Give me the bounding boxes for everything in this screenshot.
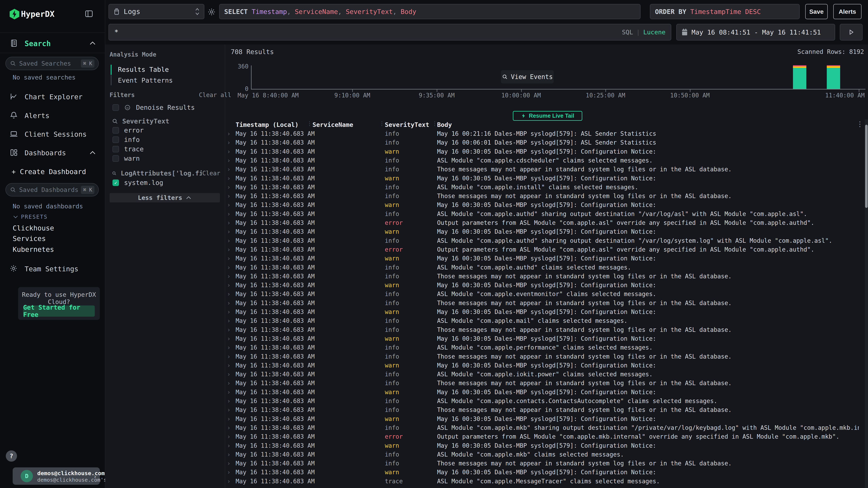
row-expand-chevron-icon[interactable]: › bbox=[227, 353, 230, 360]
column-header-servicename[interactable]: ServiceName bbox=[312, 121, 353, 128]
table-row[interactable]: ›May 16 11:38:40.683 AMinfoASL Module "c… bbox=[225, 289, 866, 298]
run-query-button[interactable] bbox=[840, 24, 863, 40]
row-expand-chevron-icon[interactable]: › bbox=[227, 193, 230, 199]
checkbox[interactable] bbox=[113, 127, 119, 134]
table-row[interactable]: ›May 16 11:38:40.683 AMerrorOutput param… bbox=[225, 218, 866, 226]
severity-option-trace[interactable]: trace bbox=[113, 145, 144, 153]
sidebar-item-dashboards[interactable]: Dashboards bbox=[0, 146, 105, 159]
table-row[interactable]: ›May 16 11:38:40.683 AMinfoASL Module "c… bbox=[225, 209, 866, 218]
row-expand-chevron-icon[interactable]: › bbox=[227, 139, 230, 146]
column-resize-handle[interactable]: ⋮ bbox=[432, 120, 437, 127]
row-expand-chevron-icon[interactable]: › bbox=[227, 326, 230, 333]
chevron-up-icon[interactable] bbox=[89, 41, 96, 45]
table-row[interactable]: ›May 16 11:38:40.683 AMinfoASL Module "c… bbox=[225, 236, 866, 245]
column-resize-handle[interactable]: ⋮ bbox=[379, 120, 384, 127]
table-row[interactable]: ›May 16 11:38:40.683 AMinfoThose message… bbox=[225, 164, 866, 173]
severity-option-info[interactable]: info bbox=[113, 136, 140, 143]
row-expand-chevron-icon[interactable]: › bbox=[227, 273, 230, 280]
table-row[interactable]: ›May 16 11:38:40.683 AMwarnMay 16 00:30:… bbox=[225, 307, 866, 316]
table-row[interactable]: ›May 16 11:38:40.683 AMinfoMay 16 00:21:… bbox=[225, 129, 866, 137]
time-range-picker[interactable]: May 16 08:41:51 - May 16 11:41:51 bbox=[676, 24, 835, 40]
row-expand-chevron-icon[interactable]: › bbox=[227, 424, 230, 431]
table-row[interactable]: ›May 16 11:38:40.683 AMinfoASL Module "c… bbox=[225, 316, 866, 324]
table-row[interactable]: ›May 16 11:38:40.683 AMinfoASL Module "c… bbox=[225, 369, 866, 378]
table-row[interactable]: ›May 16 11:38:40.683 AMwarnMay 16 00:30:… bbox=[225, 387, 866, 396]
row-expand-chevron-icon[interactable]: › bbox=[227, 317, 230, 324]
table-row[interactable]: ›May 16 11:38:40.683 AMwarnMay 16 00:30:… bbox=[225, 360, 866, 369]
search-icon[interactable] bbox=[112, 170, 117, 176]
table-row[interactable]: ›May 16 11:38:40.683 AMinfoMay 16 00:06:… bbox=[225, 137, 866, 146]
preset-services[interactable]: Services bbox=[13, 235, 46, 242]
checkbox[interactable] bbox=[113, 104, 119, 111]
row-expand-chevron-icon[interactable]: › bbox=[227, 290, 230, 297]
table-row[interactable]: ›May 16 11:38:40.683 AMwarnMay 16 00:30:… bbox=[225, 334, 866, 342]
row-expand-chevron-icon[interactable]: › bbox=[227, 130, 230, 137]
table-row[interactable]: ›May 16 11:38:40.683 AMinfoThose message… bbox=[225, 458, 866, 467]
sidebar-item-chart-explorer[interactable]: Chart Explorer bbox=[0, 90, 105, 103]
row-expand-chevron-icon[interactable]: › bbox=[227, 415, 230, 422]
source-select[interactable]: Logs bbox=[108, 4, 204, 19]
mode-results-table[interactable]: Results Table bbox=[118, 66, 169, 73]
scrollbar-thumb[interactable] bbox=[865, 125, 868, 208]
table-row[interactable]: ›May 16 11:38:40.683 AMerrorOutput param… bbox=[225, 432, 866, 440]
checkbox[interactable] bbox=[113, 146, 119, 152]
sidebar-item-search[interactable]: Search bbox=[0, 36, 105, 50]
get-started-button[interactable]: Get Started for Free bbox=[23, 305, 95, 317]
table-row[interactable]: ›May 16 11:38:40.683 AMwarnMay 16 00:30:… bbox=[225, 173, 866, 182]
table-row[interactable]: ›May 16 11:38:40.683 AMinfoThose message… bbox=[225, 298, 866, 307]
row-expand-chevron-icon[interactable]: › bbox=[227, 210, 230, 218]
table-row[interactable]: ›May 16 11:38:40.683 AMwarnMay 16 00:30:… bbox=[225, 227, 866, 235]
select-columns-input[interactable]: SELECT Timestamp, ServiceName, SeverityT… bbox=[219, 4, 641, 19]
view-events-button[interactable]: View Events bbox=[501, 70, 554, 84]
row-expand-chevron-icon[interactable]: › bbox=[227, 335, 230, 342]
table-row[interactable]: ›May 16 11:38:40.683 AMtraceASL Module "… bbox=[225, 476, 866, 485]
table-row[interactable]: ›May 16 11:38:40.683 AMwarnMay 16 00:30:… bbox=[225, 280, 866, 289]
row-expand-chevron-icon[interactable]: › bbox=[227, 237, 230, 244]
table-row[interactable]: ›May 16 11:38:40.683 AMwarnMay 16 00:30:… bbox=[225, 200, 866, 208]
row-expand-chevron-icon[interactable]: › bbox=[227, 397, 230, 404]
column-header-timestamp[interactable]: Timestamp (Local) bbox=[236, 121, 299, 128]
sidebar-item-client-sessions[interactable]: Client Sessions bbox=[0, 127, 105, 141]
row-expand-chevron-icon[interactable]: › bbox=[227, 442, 230, 449]
table-row[interactable]: ›May 16 11:38:40.683 AMwarnMay 16 00:30:… bbox=[225, 441, 866, 449]
checkbox[interactable] bbox=[113, 155, 119, 162]
table-row[interactable]: ›May 16 11:38:40.683 AMinfoASL Module "c… bbox=[225, 182, 866, 191]
table-row[interactable]: ›May 16 11:38:40.683 AMinfoThose message… bbox=[225, 191, 866, 200]
create-dashboard-button[interactable]: + Create Dashboard bbox=[11, 168, 86, 176]
row-expand-chevron-icon[interactable]: › bbox=[227, 219, 230, 226]
saved-dashboards-input[interactable]: Saved Dashboards ⌘ K bbox=[5, 183, 99, 196]
search-query-input[interactable]: * SQL | Lucene bbox=[108, 24, 671, 40]
row-expand-chevron-icon[interactable]: › bbox=[227, 469, 230, 476]
search-icon[interactable] bbox=[112, 118, 118, 125]
table-row[interactable]: ›May 16 11:38:40.683 AMinfoASL Module "c… bbox=[225, 343, 866, 351]
row-expand-chevron-icon[interactable]: › bbox=[227, 344, 230, 351]
row-expand-chevron-icon[interactable]: › bbox=[227, 148, 230, 155]
order-by-input[interactable]: ORDER BY TimestampTime DESC bbox=[650, 4, 800, 19]
table-row[interactable]: ›May 16 11:38:40.683 AMwarnMay 16 00:30:… bbox=[225, 253, 866, 262]
row-expand-chevron-icon[interactable]: › bbox=[227, 389, 230, 396]
account-menu[interactable]: D demos@clickhouse.com demos@clickhouse.… bbox=[13, 467, 100, 485]
sidebar-item-team-settings[interactable]: Team Settings bbox=[0, 262, 105, 275]
row-expand-chevron-icon[interactable]: › bbox=[227, 246, 230, 253]
chevron-up-icon[interactable] bbox=[89, 151, 96, 155]
clear-all-link[interactable]: Clear all bbox=[199, 92, 231, 98]
less-filters-button[interactable]: Less filters bbox=[110, 193, 220, 202]
table-row[interactable]: ›May 16 11:38:40.683 AMinfoASL Module "c… bbox=[225, 396, 866, 405]
language-sql-toggle[interactable]: SQL bbox=[622, 29, 633, 36]
row-expand-chevron-icon[interactable]: › bbox=[227, 255, 230, 262]
row-expand-chevron-icon[interactable]: › bbox=[227, 308, 230, 315]
column-header-body[interactable]: Body bbox=[437, 121, 452, 128]
row-expand-chevron-icon[interactable]: › bbox=[227, 451, 230, 458]
language-lucene-toggle[interactable]: Lucene bbox=[643, 29, 665, 36]
row-expand-chevron-icon[interactable]: › bbox=[227, 264, 230, 271]
source-settings-gear-icon[interactable] bbox=[207, 8, 216, 16]
row-expand-chevron-icon[interactable]: › bbox=[227, 460, 230, 467]
resume-live-tail-button[interactable]: Resume Live Tail bbox=[513, 111, 582, 121]
severity-option-error[interactable]: error bbox=[113, 127, 144, 134]
table-row[interactable]: ›May 16 11:38:40.683 AMwarnMay 16 00:30:… bbox=[225, 414, 866, 423]
column-header-severitytext[interactable]: SeverityText bbox=[385, 121, 429, 128]
row-expand-chevron-icon[interactable]: › bbox=[227, 362, 230, 369]
table-row[interactable]: ›May 16 11:38:40.683 AMinfoThose message… bbox=[225, 325, 866, 333]
row-expand-chevron-icon[interactable]: › bbox=[227, 157, 230, 164]
table-row[interactable]: ›May 16 11:38:40.683 AMinfoThose message… bbox=[225, 378, 866, 387]
